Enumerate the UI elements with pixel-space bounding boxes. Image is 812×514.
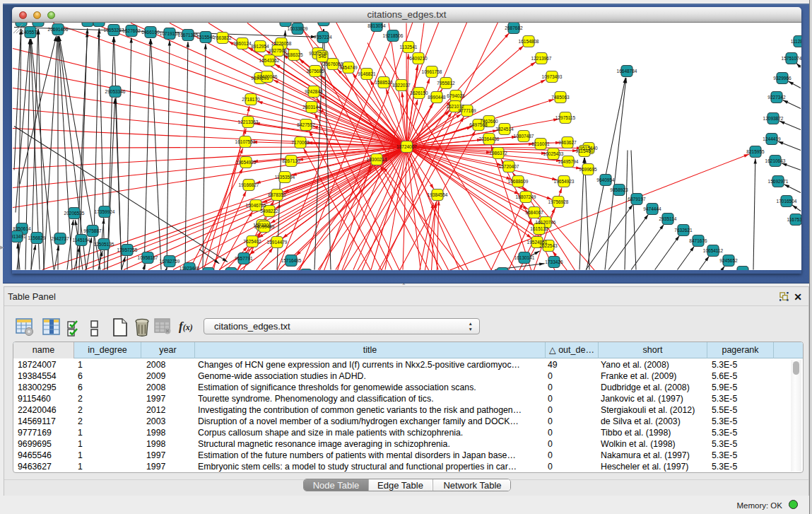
- svg-text:8878352: 8878352: [268, 192, 286, 197]
- svg-text:15716485: 15716485: [281, 258, 302, 263]
- svg-text:10973493: 10973493: [542, 74, 563, 79]
- svg-text:11923448: 11923448: [180, 266, 200, 270]
- svg-text:15720407: 15720407: [499, 164, 519, 169]
- svg-text:10961758: 10961758: [422, 69, 442, 74]
- svg-text:10653287: 10653287: [104, 28, 124, 33]
- svg-text:8912954: 8912954: [251, 44, 269, 49]
- svg-text:3824514: 3824514: [495, 127, 514, 132]
- svg-text:6879197: 6879197: [628, 197, 646, 201]
- svg-text:14099489: 14099489: [254, 224, 275, 229]
- svg-text:12093872: 12093872: [763, 116, 784, 121]
- svg-text:7485063: 7485063: [551, 95, 570, 100]
- svg-text:18807249: 18807249: [516, 194, 536, 199]
- svg-text:20691406: 20691406: [48, 27, 69, 32]
- svg-text:16671385: 16671385: [178, 33, 199, 37]
- svg-text:19654925: 19654925: [236, 160, 257, 165]
- svg-text:1588520: 1588520: [375, 80, 393, 85]
- svg-text:1405572: 1405572: [21, 30, 40, 35]
- svg-text:16120746: 16120746: [536, 220, 556, 225]
- svg-text:17359924: 17359924: [95, 209, 115, 214]
- svg-text:16107553: 16107553: [235, 139, 256, 144]
- svg-text:10807487: 10807487: [514, 134, 534, 139]
- svg-text:2522543: 2522543: [539, 243, 558, 248]
- svg-text:1244419: 1244419: [763, 136, 781, 141]
- svg-text:16033809: 16033809: [288, 26, 308, 31]
- svg-text:12505135: 12505135: [94, 242, 114, 247]
- svg-text:15226058: 15226058: [271, 41, 292, 46]
- svg-text:9245652: 9245652: [719, 258, 738, 263]
- svg-text:15692971: 15692971: [768, 179, 789, 184]
- svg-text:8350614: 8350614: [13, 226, 31, 231]
- svg-text:16914479: 16914479: [267, 240, 288, 245]
- svg-text:7515546: 7515546: [196, 35, 215, 40]
- svg-text:20364436: 20364436: [479, 136, 500, 141]
- svg-text:7663822: 7663822: [213, 35, 232, 40]
- svg-text:16648784: 16648784: [617, 69, 637, 74]
- svg-text:9115460: 9115460: [576, 148, 594, 153]
- svg-text:9329966: 9329966: [773, 76, 792, 81]
- svg-text:9474444: 9474444: [643, 206, 661, 211]
- svg-text:9699695: 9699695: [579, 167, 597, 172]
- svg-text:9242843: 9242843: [305, 89, 323, 94]
- svg-text:9750112: 9750112: [734, 269, 752, 270]
- svg-text:20206535: 20206535: [64, 211, 85, 216]
- svg-text:8186325: 8186325: [285, 52, 303, 57]
- svg-text:8471676: 8471676: [689, 238, 707, 243]
- svg-text:3626150: 3626150: [410, 90, 428, 95]
- svg-text:10654112: 10654112: [703, 248, 724, 253]
- svg-text:29053346: 29053346: [105, 89, 126, 94]
- svg-text:8267130: 8267130: [282, 158, 300, 163]
- svg-text:546: 546: [319, 54, 326, 59]
- svg-text:19300213: 19300213: [367, 157, 387, 162]
- svg-text:18724007: 18724007: [396, 144, 417, 149]
- svg-text:9975887: 9975887: [83, 228, 102, 233]
- svg-text:19756928: 19756928: [548, 199, 569, 204]
- svg-text:7986372: 7986372: [489, 151, 507, 156]
- svg-text:8454749: 8454749: [339, 65, 358, 70]
- svg-text:1167533: 1167533: [787, 217, 801, 222]
- svg-text:11353594: 11353594: [275, 175, 295, 180]
- svg-text:10025433: 10025433: [543, 151, 564, 156]
- svg-text:7625402: 7625402: [243, 239, 261, 244]
- svg-text:12975115: 12975115: [555, 115, 576, 120]
- svg-text:10688609: 10688609: [508, 179, 529, 184]
- svg-text:22420046: 22420046: [257, 74, 278, 79]
- svg-text:1112842: 1112842: [791, 39, 801, 44]
- svg-text:6794028: 6794028: [447, 93, 465, 98]
- svg-text:7955812: 7955812: [437, 81, 455, 86]
- svg-text:16782759: 16782759: [160, 259, 180, 264]
- svg-text:7170062: 7170062: [291, 140, 310, 145]
- svg-text:8990448: 8990448: [428, 95, 446, 100]
- svg-text:10719155: 10719155: [160, 31, 180, 36]
- svg-text:12213363: 12213363: [238, 119, 259, 124]
- svg-text:6497568: 6497568: [469, 122, 488, 127]
- svg-text:3675685: 3675685: [306, 69, 324, 74]
- svg-text:2687682: 2687682: [505, 25, 523, 30]
- svg-text:19654923: 19654923: [554, 179, 575, 184]
- svg-text:16495794: 16495794: [558, 159, 579, 164]
- svg-text:8322037: 8322037: [392, 83, 411, 88]
- svg-text:16543362: 16543362: [259, 58, 280, 63]
- svg-text:9640954: 9640954: [596, 177, 615, 182]
- svg-text:6466160: 6466160: [141, 30, 160, 35]
- svg-text:10958187: 10958187: [138, 255, 158, 260]
- svg-text:10046755: 10046755: [246, 203, 266, 208]
- svg-text:19218506: 19218506: [383, 33, 404, 38]
- svg-text:8427552: 8427552: [297, 122, 315, 127]
- svg-text:8813054: 8813054: [367, 23, 386, 28]
- svg-text:1132541: 1132541: [400, 45, 418, 49]
- svg-text:9227342: 9227342: [767, 95, 786, 100]
- svg-text:9684067: 9684067: [525, 210, 543, 215]
- svg-text:16210643: 16210643: [765, 158, 786, 163]
- svg-text:19166827: 19166827: [239, 182, 259, 187]
- svg-text:9858923: 9858923: [610, 187, 628, 192]
- svg-text:16154808: 16154808: [519, 39, 539, 44]
- svg-text:9146821: 9146821: [358, 71, 376, 76]
- svg-text:15751074: 15751074: [782, 56, 801, 61]
- svg-text:1145194: 1145194: [73, 238, 90, 243]
- svg-text:8215955: 8215955: [746, 149, 765, 154]
- svg-text:6216001: 6216001: [531, 141, 550, 146]
- svg-text:2718170: 2718170: [242, 97, 260, 102]
- svg-text:7632621: 7632621: [674, 228, 693, 233]
- svg-text:5498222: 5498222: [260, 209, 278, 214]
